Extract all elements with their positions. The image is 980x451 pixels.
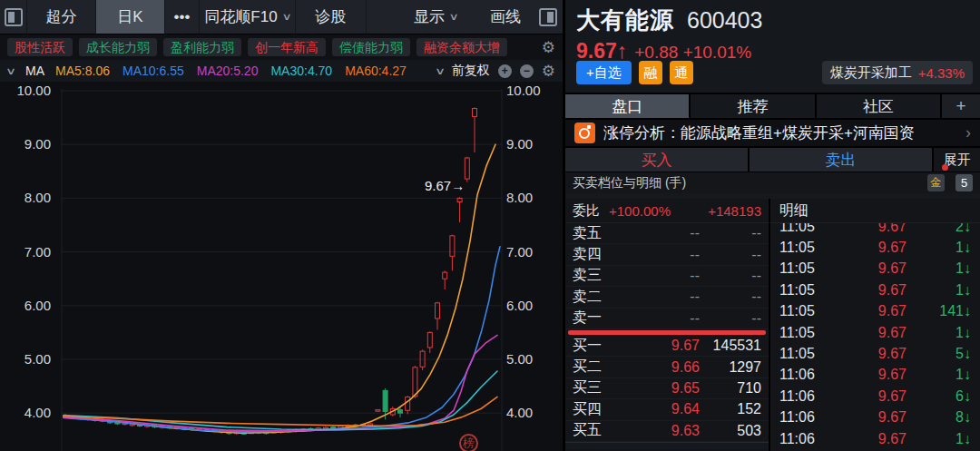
bid-row[interactable]: 买四9.64152 — [565, 399, 769, 420]
ma-indicator-row: ∨ MA MA5:8.06MA10:6.55MA20:5.20MA30:4.70… — [0, 60, 563, 82]
rank-stamp-icon[interactable]: 榜 — [459, 434, 478, 451]
y-axis-tick-l: 5.00 — [5, 351, 51, 367]
limit-up-analysis-row[interactable]: 涨停分析：能源战略重组+煤炭开采+河南国资 › — [565, 120, 980, 148]
panel-right-icon — [539, 8, 557, 26]
ask-label: 卖二 — [573, 288, 622, 307]
ma-collapse-chevron-icon[interactable]: ∨ — [5, 65, 16, 77]
expand-button[interactable]: 展开 — [934, 148, 980, 172]
trade-detail-row[interactable]: 11:069.676↓ — [770, 386, 980, 407]
level-count-badge[interactable]: 5 — [956, 174, 973, 191]
tab-推荐[interactable]: 推荐 — [691, 94, 816, 118]
bid-row[interactable]: 买三9.65710 — [565, 378, 769, 399]
stock-tag[interactable]: 创一年新高 — [248, 38, 326, 56]
industry-chip[interactable]: 煤炭开采加工 +4.33% — [822, 61, 973, 84]
trade-time: 11:06 — [779, 367, 836, 383]
stock-tag[interactable]: 成长能力弱 — [79, 38, 157, 56]
add-tab-button[interactable]: + — [942, 94, 980, 118]
trade-volume: 1↓ — [906, 325, 971, 341]
trade-time: 11:05 — [779, 260, 836, 277]
trade-time: 11:06 — [779, 409, 836, 426]
ask-row[interactable]: 卖三---- — [565, 266, 769, 287]
tags-settings-gear-icon[interactable]: ⚙ — [542, 38, 555, 57]
ask-row[interactable]: 卖二---- — [565, 287, 769, 308]
stock-tag[interactable]: 股性活跃 — [7, 38, 73, 56]
ask-price: -- — [622, 247, 700, 263]
tab-盘口[interactable]: 盘口 — [565, 94, 691, 118]
weibi-row: 委比 +100.00% +148193 — [565, 199, 769, 223]
ask-row[interactable]: 卖一---- — [565, 309, 769, 329]
industry-change-pct: +4.33% — [918, 65, 965, 81]
ask-row[interactable]: 卖五---- — [565, 223, 769, 244]
weibi-diff: +148193 — [708, 203, 761, 219]
add-watchlist-button[interactable]: +自选 — [576, 61, 632, 84]
order-book-column: 委比 +100.00% +148193 卖五----卖四----卖三----卖二… — [565, 199, 770, 451]
bid-row[interactable]: 买五9.63503 — [565, 421, 769, 442]
adjust-chevron-icon[interactable]: ∨ — [435, 65, 446, 77]
tab-社区[interactable]: 社区 — [817, 94, 942, 118]
zoom-in-icon[interactable]: + — [498, 64, 512, 78]
trade-price: 9.67 — [836, 409, 906, 426]
stock-tag[interactable]: 偿债能力弱 — [332, 38, 410, 56]
trade-detail-row[interactable]: 11:059.671↓ — [770, 259, 980, 279]
toolbar-display-button[interactable]: 显示∨ — [394, 0, 477, 34]
stock-tag[interactable]: 盈利能力弱 — [163, 38, 241, 56]
bid-price: 9.65 — [622, 380, 700, 397]
quote-header: 大有能源600403 9.67↑+0.88 +10.01% +自选 融 通 煤炭… — [565, 0, 980, 94]
latest-price-annotation: 9.67→ — [425, 178, 465, 193]
bid-row[interactable]: 买一9.67145531 — [565, 336, 769, 357]
margin-badge[interactable]: 融 — [639, 61, 662, 84]
y-axis-tick-l: 6.00 — [5, 298, 51, 313]
trade-detail-row[interactable]: 11:069.671↓ — [770, 365, 980, 386]
bid-label: 买三 — [573, 378, 622, 397]
adjust-mode-label[interactable]: 前复权 — [452, 63, 490, 79]
sell-button[interactable]: 卖出 — [750, 148, 934, 172]
y-axis-tick-r: 8.00 — [506, 190, 533, 205]
trade-price: 9.67 — [836, 260, 906, 277]
y-axis-tick-r: 6.00 — [506, 298, 533, 313]
bid-price: 9.63 — [622, 423, 700, 439]
quote-tabs: 盘口推荐社区+ — [565, 94, 980, 120]
toolbar-more-button[interactable]: ••• — [165, 0, 200, 34]
trade-detail-row[interactable]: 11:059.675↓ — [770, 343, 980, 364]
trade-detail-row[interactable]: 11:059.671↓ — [770, 322, 980, 343]
connect-badge[interactable]: 通 — [670, 61, 693, 84]
buy-button[interactable]: 买入 — [565, 148, 750, 172]
chart-settings-gear-icon[interactable]: ⚙ — [542, 62, 555, 81]
toolbar-draw-button[interactable]: 画线 — [477, 0, 534, 34]
weibi-label: 委比 — [573, 202, 600, 220]
trade-detail-row[interactable]: 11:069.671↓ — [770, 428, 980, 449]
toolbar-daily-k-button[interactable]: 日K — [96, 0, 165, 34]
ask-price: -- — [622, 310, 700, 327]
ask-volume: -- — [700, 310, 761, 327]
trade-price: 9.67 — [836, 367, 906, 383]
limit-up-analysis-text: 涨停分析：能源战略重组+煤炭开采+河南国资 — [603, 123, 915, 143]
trade-detail-row[interactable]: 11:059.67141↓ — [770, 301, 980, 322]
toolbar-f10-button[interactable]: 同花顺F10∨ — [200, 0, 296, 34]
trade-volume: 1↓ — [906, 367, 971, 383]
trade-detail-row[interactable]: 11:059.671↓ — [770, 237, 980, 258]
bid-price: 9.67 — [622, 338, 700, 354]
bid-row[interactable]: 买二9.661297 — [565, 357, 769, 377]
bid-label: 买二 — [573, 358, 622, 377]
y-axis-tick-l: 9.00 — [5, 136, 51, 152]
bid-price: 9.64 — [622, 401, 700, 417]
gold-feature-badge[interactable]: 金 — [927, 174, 945, 191]
collapse-left-panel-button[interactable] — [0, 0, 27, 34]
y-axis-tick-r: 5.00 — [506, 351, 533, 367]
trade-detail-row[interactable]: 11:059.671↓ — [770, 279, 980, 300]
detail-title: 明细 — [770, 199, 980, 223]
trade-detail-row[interactable]: 11:069.678↓ — [770, 407, 980, 428]
candlestick-chart[interactable]: 9.67→ ←3.60 榜 10.0010.009.009.008.008.00… — [0, 82, 563, 451]
stock-tag[interactable]: 融资余额大增 — [416, 38, 507, 56]
collapse-right-panel-button[interactable] — [534, 0, 563, 34]
toolbar-zhengu-button[interactable]: 诊股 — [296, 0, 367, 34]
app-root: 超分 日K ••• 同花顺F10∨ 诊股 显示∨ 画线 股性活跃成长能力弱盈利能… — [0, 0, 980, 451]
trade-time: 11:05 — [779, 303, 836, 319]
toolbar-chaofen-button[interactable]: 超分 — [27, 0, 96, 34]
ma-line-MA20 — [64, 335, 497, 430]
quote-panel: 大有能源600403 9.67↑+0.88 +10.01% +自选 融 通 煤炭… — [563, 0, 980, 451]
bid-volume: 152 — [700, 401, 761, 417]
ask-row[interactable]: 卖四---- — [565, 244, 769, 265]
zoom-out-icon[interactable]: − — [520, 64, 534, 78]
ma-value: MA20:5.20 — [197, 64, 259, 78]
